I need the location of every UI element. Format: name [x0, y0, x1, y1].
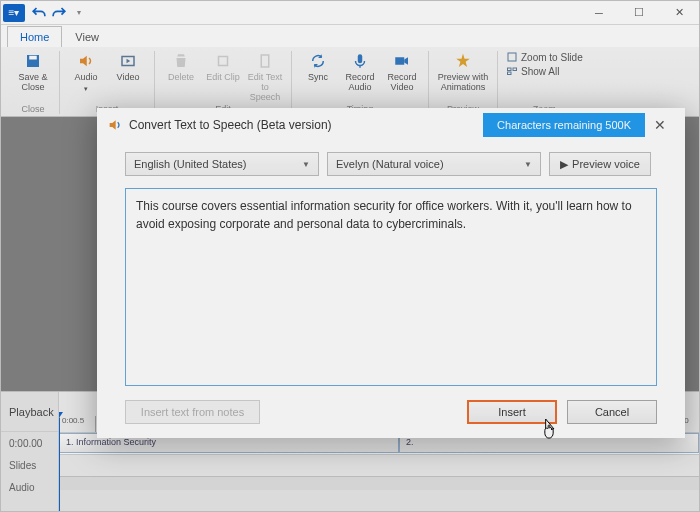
svg-rect-6 [508, 53, 516, 61]
film-icon [118, 51, 138, 71]
insert-video-button[interactable]: Video [110, 51, 146, 83]
svg-rect-1 [29, 56, 37, 60]
record-video-button[interactable]: Record Video [384, 51, 420, 93]
save-icon [23, 51, 43, 71]
tts-dialog: Convert Text to Speech (Beta version) Ch… [97, 108, 685, 438]
chevron-down-icon: ▼ [302, 160, 310, 169]
minimize-button[interactable]: ─ [579, 1, 619, 25]
tab-home[interactable]: Home [7, 26, 62, 47]
svg-rect-7 [508, 68, 512, 71]
camera-icon [392, 51, 412, 71]
maximize-button[interactable]: ☐ [619, 1, 659, 25]
language-select[interactable]: English (United States)▼ [125, 152, 319, 176]
voice-select[interactable]: Evelyn (Natural voice)▼ [327, 152, 541, 176]
preview-animations-button[interactable]: Preview with Animations [437, 51, 489, 93]
ribbon: Save & Close Close Audio▾ Video Insert D… [1, 47, 699, 117]
star-icon [453, 51, 473, 71]
insert-from-notes-button: Insert text from notes [125, 400, 260, 424]
playhead[interactable] [59, 418, 60, 511]
undo-button[interactable] [29, 4, 49, 22]
preview-voice-button[interactable]: ▶Preview voice [549, 152, 651, 176]
titlebar: ≡▾ ▾ ─ ☐ ✕ [1, 1, 699, 25]
sync-button[interactable]: Sync [300, 51, 336, 83]
svg-rect-4 [358, 54, 363, 63]
qat-dropdown[interactable]: ▾ [69, 4, 89, 22]
clip-icon [213, 51, 233, 71]
tab-view[interactable]: View [62, 26, 112, 47]
edit-tts-button: Edit Text to Speech [247, 51, 283, 103]
audio-track[interactable] [59, 454, 699, 476]
insert-button[interactable]: Insert [467, 400, 557, 424]
svg-rect-3 [219, 57, 228, 66]
file-menu-button[interactable]: ≡▾ [3, 4, 25, 22]
tts-dialog-icon [107, 117, 123, 133]
horizontal-scrollbar[interactable] [59, 476, 699, 490]
chevron-down-icon: ▼ [524, 160, 532, 169]
mic-icon [350, 51, 370, 71]
edit-clip-button: Edit Clip [205, 51, 241, 83]
play-icon: ▶ [560, 158, 568, 171]
dialog-title: Convert Text to Speech (Beta version) [129, 118, 332, 132]
close-window-button[interactable]: ✕ [659, 1, 699, 25]
save-close-button[interactable]: Save & Close [15, 51, 51, 93]
sync-icon [308, 51, 328, 71]
svg-rect-8 [513, 68, 517, 71]
characters-remaining-badge: Characters remaining 500K [483, 113, 645, 137]
audio-row-label: Audio [1, 476, 58, 498]
tts-icon [255, 51, 275, 71]
svg-rect-9 [508, 72, 512, 75]
slides-row-label: Slides [1, 454, 58, 476]
svg-rect-5 [395, 57, 404, 65]
cancel-button[interactable]: Cancel [567, 400, 657, 424]
show-all-button[interactable]: Show All [506, 65, 583, 77]
record-audio-button[interactable]: Record Audio [342, 51, 378, 93]
tts-text-input[interactable]: This course covers essential information… [125, 188, 657, 386]
delete-button: Delete [163, 51, 199, 83]
time-start: 0:00.00 [1, 432, 58, 454]
speaker-icon [76, 51, 96, 71]
redo-button[interactable] [49, 4, 69, 22]
ribbon-tabs: Home View [1, 25, 699, 47]
insert-audio-button[interactable]: Audio▾ [68, 51, 104, 93]
zoom-to-slide-button[interactable]: Zoom to Slide [506, 51, 583, 63]
delete-icon [171, 51, 191, 71]
playback-label: Playback [1, 392, 58, 432]
dialog-close-button[interactable]: ✕ [645, 117, 675, 133]
